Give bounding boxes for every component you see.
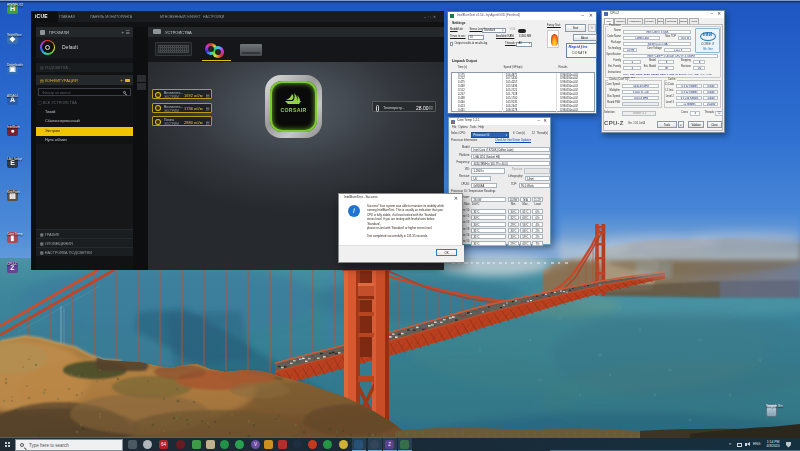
svg-text:CORSAIR: CORSAIR (280, 107, 306, 113)
